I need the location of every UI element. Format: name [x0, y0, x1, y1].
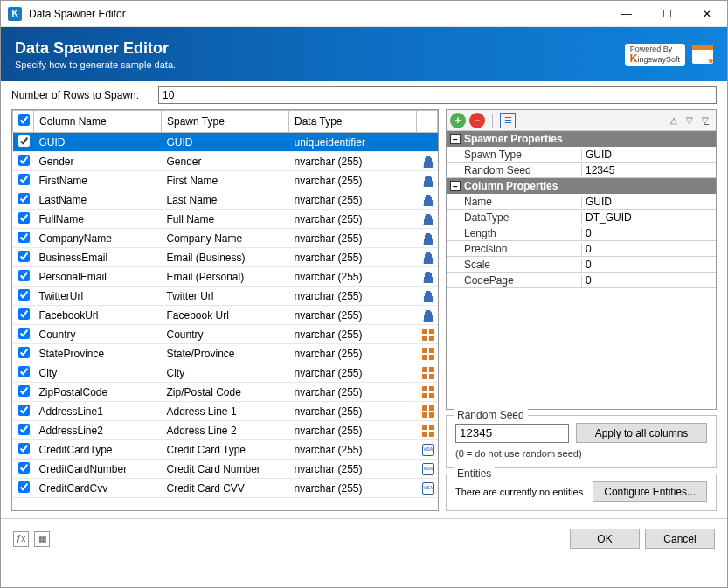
cell-spawn-type: Credit Card CVV [162, 479, 289, 498]
move-down-button[interactable]: ▽ [683, 114, 697, 127]
row-checkbox[interactable] [18, 232, 30, 243]
row-checkbox[interactable] [18, 174, 30, 185]
columns-table-pane: Column Name Spawn Type Data Type GUIDGUI… [11, 109, 439, 511]
table-row[interactable]: CompanyNameCompany Namenvarchar (255) [13, 229, 438, 248]
configure-entities-button[interactable]: Configure Entities... [593, 481, 707, 502]
cell-spawn-type: Facebook Url [162, 306, 289, 325]
rows-input[interactable] [158, 86, 717, 104]
row-checkbox[interactable] [18, 289, 30, 301]
person-icon [422, 156, 434, 168]
header-spawn-type[interactable]: Spawn Type [162, 111, 289, 133]
cell-data-type: nvarchar (255) [289, 210, 417, 229]
add-column-button[interactable]: + [450, 113, 466, 128]
cell-column-name: LastName [34, 190, 162, 210]
close-button[interactable]: ✕ [687, 1, 727, 27]
cell-icon [417, 421, 438, 440]
row-checkbox[interactable] [18, 481, 30, 493]
row-checkbox[interactable] [18, 135, 30, 147]
expression-tool-icon[interactable]: ƒx [13, 531, 29, 547]
prop-datatype[interactable]: DataTypeDT_GUID [447, 210, 716, 225]
table-row[interactable]: GenderGendernvarchar (255) [13, 152, 438, 171]
prop-length[interactable]: Length0 [447, 225, 716, 241]
maximize-button[interactable]: ☐ [647, 1, 687, 27]
cell-column-name: StateProvince [34, 344, 162, 363]
table-row[interactable]: FacebookUrlFacebook Urlnvarchar (255) [13, 306, 438, 325]
prop-scale[interactable]: Scale0 [447, 257, 716, 273]
cell-data-type: nvarchar (255) [289, 267, 417, 287]
ok-button[interactable]: OK [570, 529, 640, 549]
random-seed-input[interactable] [455, 424, 569, 443]
row-checkbox[interactable] [18, 308, 30, 320]
cell-spawn-type: Country [162, 325, 289, 344]
minimize-button[interactable]: — [607, 1, 647, 27]
gift-icon [422, 329, 434, 341]
row-checkbox[interactable] [18, 385, 30, 397]
table-row[interactable]: CityCitynvarchar (255) [13, 363, 438, 383]
prop-random-seed[interactable]: Random Seed12345 [447, 163, 716, 178]
row-checkbox[interactable] [18, 328, 30, 339]
row-checkbox[interactable] [18, 405, 30, 416]
table-row[interactable]: CreditCardTypeCredit Card Typenvarchar (… [13, 440, 438, 460]
row-checkbox[interactable] [18, 424, 30, 435]
cancel-button[interactable]: Cancel [645, 529, 715, 549]
table-row[interactable]: AddressLine1Address Line 1nvarchar (255) [13, 402, 438, 421]
table-row[interactable]: PersonalEmailEmail (Personal)nvarchar (2… [13, 267, 438, 287]
remove-column-button[interactable]: − [469, 113, 485, 128]
row-checkbox[interactable] [18, 193, 30, 204]
select-all-checkbox[interactable] [18, 114, 30, 126]
table-row[interactable]: BusinessEmailEmail (Business)nvarchar (2… [13, 248, 438, 267]
row-checkbox[interactable] [18, 347, 30, 358]
page-title: Data Spawner Editor [15, 39, 176, 58]
table-row[interactable]: CreditCardNumberCredit Card Numbernvarch… [13, 460, 438, 479]
row-checkbox[interactable] [18, 366, 30, 377]
category-spawner-properties[interactable]: −Spawner Properties [447, 131, 716, 147]
header-data-type[interactable]: Data Type [289, 111, 417, 133]
move-bottom-button[interactable]: ▽̲ [698, 114, 712, 127]
category-column-properties[interactable]: −Column Properties [447, 178, 716, 194]
row-checkbox[interactable] [18, 443, 30, 454]
columns-table: Column Name Spawn Type Data Type GUIDGUI… [12, 110, 438, 498]
table-row[interactable]: CountryCountrynvarchar (255) [13, 325, 438, 344]
cell-data-type: nvarchar (255) [289, 190, 417, 210]
row-checkbox[interactable] [18, 155, 30, 166]
table-row[interactable]: LastNameLast Namenvarchar (255) [13, 190, 438, 210]
properties-grid: −Spawner Properties Spawn TypeGUID Rando… [447, 131, 716, 409]
table-row[interactable]: FirstNameFirst Namenvarchar (255) [13, 171, 438, 190]
row-checkbox[interactable] [18, 212, 30, 224]
table-row[interactable]: AddressLine2Address Line 2nvarchar (255) [13, 421, 438, 440]
cell-icon [417, 344, 438, 363]
cell-data-type: nvarchar (255) [289, 421, 417, 440]
prop-spawn-type[interactable]: Spawn TypeGUID [447, 147, 716, 163]
table-row[interactable]: ZipPostalCodeZip/Postal Codenvarchar (25… [13, 383, 438, 402]
cell-data-type: nvarchar (255) [289, 248, 417, 267]
page-subtitle: Specify how to generate sample data. [15, 59, 176, 70]
rows-bar: Number of Rows to Spawn: [1, 81, 727, 109]
header-check[interactable] [13, 111, 34, 133]
cell-data-type: uniqueidentifier [289, 133, 417, 152]
table-row[interactable]: StateProvinceState/Provincenvarchar (255… [13, 344, 438, 363]
sheet-tool-icon[interactable]: ▦ [34, 531, 50, 547]
prop-precision[interactable]: Precision0 [447, 241, 716, 257]
cell-spawn-type: GUID [162, 133, 289, 152]
table-row[interactable]: FullNameFull Namenvarchar (255) [13, 210, 438, 229]
table-row[interactable]: TwitterUrlTwitter Urlnvarchar (255) [13, 287, 438, 306]
vendor-logo: Powered By KingswaySoft [625, 44, 685, 66]
table-row[interactable]: CreditCardCvvCredit Card CVVnvarchar (25… [13, 479, 438, 498]
person-icon [422, 290, 434, 302]
row-checkbox[interactable] [18, 270, 30, 281]
row-checkbox[interactable] [18, 462, 30, 474]
cell-spawn-type: City [162, 363, 289, 383]
categorize-button[interactable]: ☰ [500, 113, 516, 128]
prop-codepage[interactable]: CodePage0 [447, 273, 716, 288]
cell-icon [417, 190, 438, 210]
gift-icon [422, 425, 434, 437]
apply-seed-button[interactable]: Apply to all columns [576, 423, 707, 443]
titlebar: K Data Spawner Editor — ☐ ✕ [1, 1, 727, 27]
prop-name[interactable]: NameGUID [447, 194, 716, 210]
header-column-name[interactable]: Column Name [34, 111, 162, 133]
row-checkbox[interactable] [18, 251, 30, 262]
toolbar-separator [492, 114, 493, 128]
move-top-button[interactable]: △ [667, 114, 681, 127]
table-row[interactable]: GUIDGUIDuniqueidentifier [13, 133, 438, 152]
properties-panel: + − ☰ △ ▽ ▽̲ −Spawner Properties Spawn T… [446, 109, 717, 410]
